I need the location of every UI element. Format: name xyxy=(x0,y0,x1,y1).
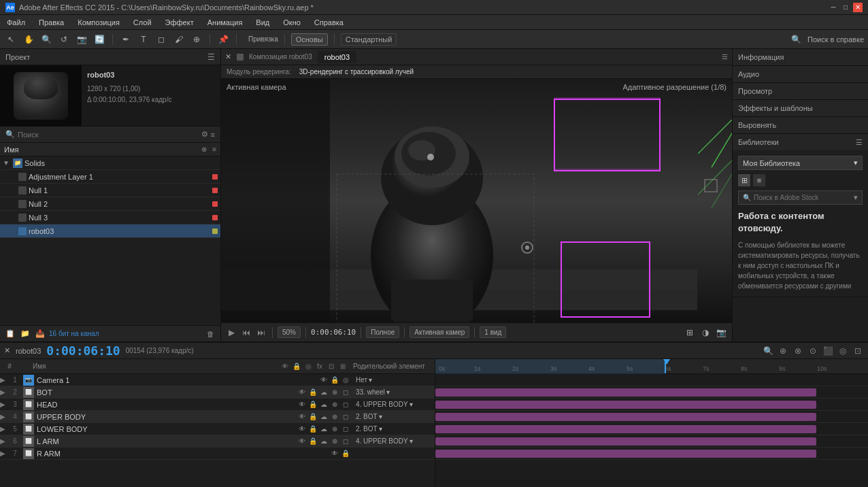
dropdown-icon[interactable]: ▾ xyxy=(854,193,858,202)
menu-layer[interactable]: Слой xyxy=(131,17,154,28)
project-menu-icon[interactable]: ☰ xyxy=(207,52,215,62)
motion-blur-icon[interactable]: ☁ xyxy=(319,424,329,434)
adjustment-icon[interactable]: ⊕ xyxy=(330,437,339,446)
tool-shape[interactable]: ◻ xyxy=(154,33,168,46)
tl-ctrl-5[interactable]: ◎ xyxy=(837,345,849,357)
timeline-layer-row[interactable]: ▶ 5 ⬜ LOWER BODY 👁 🔒 ☁ ⊕ ◻ 2. BOT ▾ xyxy=(0,423,435,435)
delete-button[interactable]: 🗑 xyxy=(204,329,216,339)
menu-effect[interactable]: Эффект xyxy=(163,17,197,28)
timeline-playhead[interactable] xyxy=(665,359,666,373)
library-dropdown[interactable]: Моя Библиотека ▾ xyxy=(738,156,863,170)
lock-icon[interactable]: 🔒 xyxy=(308,388,318,397)
motion-blur-icon[interactable]: ☁ xyxy=(319,400,329,409)
layer-bar[interactable] xyxy=(435,425,816,433)
project-options-icon[interactable]: ⚙ xyxy=(201,130,208,139)
menu-composition[interactable]: Композиция xyxy=(75,17,122,28)
preview-header[interactable]: Просмотр xyxy=(733,83,868,99)
exposure-icon[interactable]: ◑ xyxy=(699,326,712,339)
parent-dropdown[interactable]: 4. UPPER BODY ▾ xyxy=(356,401,413,408)
eye-icon[interactable]: 👁 xyxy=(297,437,307,446)
3d-icon[interactable]: ◻ xyxy=(341,412,350,422)
parent-dropdown[interactable]: 4. UPPER BODY ▾ xyxy=(356,437,413,445)
motion-blur-icon[interactable]: ☁ xyxy=(319,437,329,446)
eye-icon[interactable]: 👁 xyxy=(297,412,307,422)
grid-view-button[interactable]: ⊞ xyxy=(738,174,750,186)
eye-icon[interactable]: 👁 xyxy=(319,375,329,385)
lock-icon[interactable]: 🔒 xyxy=(308,437,318,446)
library-header[interactable]: Библиотеки ☰ xyxy=(733,134,868,150)
close-timeline-icon[interactable]: ✕ xyxy=(4,346,10,355)
tool-text[interactable]: T xyxy=(137,33,150,46)
menu-file[interactable]: Файл xyxy=(4,17,28,28)
tool-clone[interactable]: ⊕ xyxy=(190,33,203,46)
menu-view[interactable]: Вид xyxy=(253,17,272,28)
list-item[interactable]: Null 1 xyxy=(0,184,220,197)
lock-icon[interactable]: 🔒 xyxy=(341,449,350,458)
tl-ctrl-2[interactable]: ⊗ xyxy=(792,345,804,357)
menu-animation[interactable]: Анимация xyxy=(205,17,246,28)
tool-select[interactable]: ↖ xyxy=(4,33,18,46)
tool-rotate[interactable]: ↺ xyxy=(57,33,71,46)
timeline-layer-row[interactable]: ▶ 1 📷 Camera 1 👁 🔒 ◎ Нет ▾ xyxy=(0,374,435,386)
adjustment-icon[interactable]: ⊕ xyxy=(330,388,339,397)
layer-bar[interactable] xyxy=(435,450,816,458)
timeline-layer-row[interactable]: ▶ 2 ⬜ BOT 👁 🔒 ☁ ⊕ ◻ 33. wheel ▾ xyxy=(0,386,435,399)
close-button[interactable]: ✕ xyxy=(853,3,863,12)
effects-header[interactable]: Эффекты и шаблоны xyxy=(733,100,868,116)
comp-panel-menu[interactable]: ☰ xyxy=(722,53,728,61)
layer-bar[interactable] xyxy=(435,401,816,409)
tool-zoom[interactable]: 🔍 xyxy=(39,33,53,46)
tl-ctrl-6[interactable]: ⊡ xyxy=(852,345,864,357)
parent-dropdown[interactable]: 33. wheel ▾ xyxy=(356,388,390,396)
layers-filter-icon[interactable]: ⊕ xyxy=(201,146,207,153)
adjustment-icon[interactable]: ⊕ xyxy=(330,400,339,409)
list-view-button[interactable]: ≡ xyxy=(753,174,765,186)
menu-edit[interactable]: Правка xyxy=(36,17,67,28)
layer-bar[interactable] xyxy=(435,437,816,446)
view-count-dropdown[interactable]: 1 вид xyxy=(480,326,506,338)
layer-bar[interactable] xyxy=(435,388,816,397)
tool-pin[interactable]: 📌 xyxy=(216,33,230,46)
tool-pen[interactable]: ✒ xyxy=(119,33,133,46)
parent-dropdown[interactable]: 2. BOT ▾ xyxy=(356,425,382,433)
search-help-icon[interactable]: 🔍 xyxy=(790,33,803,46)
comp-viewport[interactable]: Активная камера Адаптивное разрешение (1… xyxy=(221,79,732,322)
3d-icon[interactable]: ◻ xyxy=(341,437,350,446)
layers-options-icon[interactable]: ≡ xyxy=(212,146,216,153)
view-dropdown[interactable]: Активная камер xyxy=(410,326,469,338)
close-comp-icon[interactable]: ✕ xyxy=(225,52,231,61)
tl-ctrl-4[interactable]: ⬛ xyxy=(822,345,834,357)
tool-camera-track[interactable]: 📷 xyxy=(75,33,88,46)
bit-depth-label[interactable]: 16 бит на канал xyxy=(49,330,99,337)
tool-hand[interactable]: ✋ xyxy=(22,33,35,46)
list-item[interactable]: robot03 xyxy=(0,224,220,238)
3d-icon[interactable]: ◻ xyxy=(341,400,350,409)
new-comp-button[interactable]: 📋 xyxy=(4,329,16,339)
tl-ctrl-1[interactable]: ⊕ xyxy=(777,345,789,357)
maximize-button[interactable]: □ xyxy=(841,3,850,12)
audio-header[interactable]: Аудио xyxy=(733,66,868,82)
3d-icon[interactable]: ◻ xyxy=(341,388,350,397)
snapshot-icon[interactable]: 📷 xyxy=(714,326,728,339)
comp-tab-robot03[interactable]: robot03 xyxy=(318,51,356,63)
project-list-icon[interactable]: ≡ xyxy=(211,131,215,139)
eye-icon[interactable]: 👁 xyxy=(297,400,307,409)
eye-icon[interactable]: 👁 xyxy=(297,388,307,397)
tl-ctrl-3[interactable]: ⊙ xyxy=(807,345,819,357)
timeline-layer-row[interactable]: ▶ 7 ⬜ R ARM 👁 🔒 xyxy=(0,448,435,460)
library-menu-icon[interactable]: ☰ xyxy=(856,138,863,147)
motion-blur-icon[interactable]: ☁ xyxy=(319,388,329,397)
3d-icon[interactable]: ◻ xyxy=(341,424,350,434)
timeline-layer-row[interactable]: ▶ 6 ⬜ L ARM 👁 🔒 ☁ ⊕ ◻ 4. UPPER BODY ▾ xyxy=(0,435,435,448)
play-button[interactable]: ▶ xyxy=(225,326,237,339)
tool-brush[interactable]: 🖌 xyxy=(172,33,186,46)
list-item[interactable]: Adjustment Layer 1 xyxy=(0,170,220,184)
frame-back-button[interactable]: ⏮ xyxy=(240,326,252,339)
info-header[interactable]: Информация xyxy=(733,49,868,65)
grid-icon[interactable]: ⊞ xyxy=(683,326,697,339)
list-item[interactable]: Null 3 xyxy=(0,211,220,224)
library-search-input[interactable] xyxy=(754,194,851,201)
minimize-button[interactable]: ─ xyxy=(829,3,838,12)
adjustment-icon[interactable]: ⊕ xyxy=(330,412,339,422)
lock-icon[interactable]: 🔒 xyxy=(330,375,339,385)
